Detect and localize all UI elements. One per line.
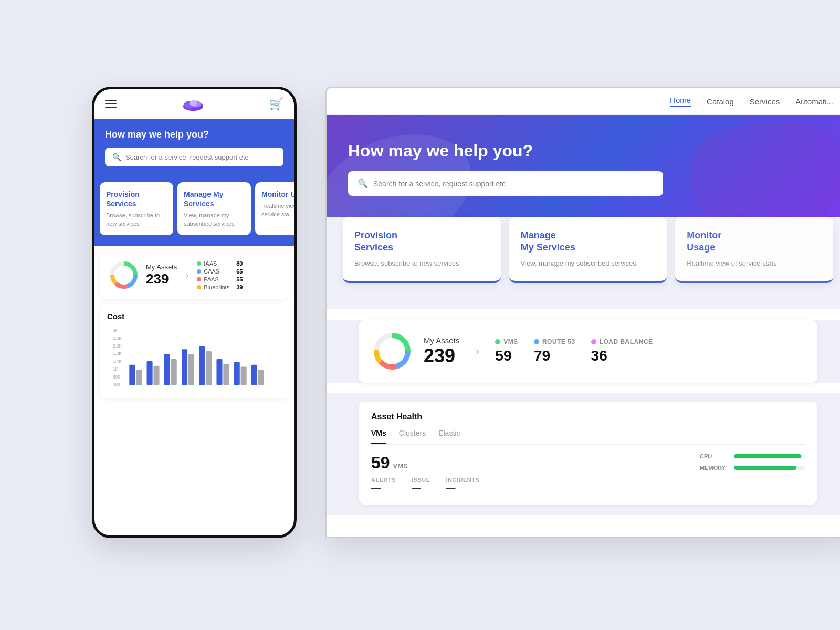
legend-name-blueprints: Blueprints xyxy=(204,284,229,290)
phone-search-bar[interactable]: 🔍 xyxy=(105,148,284,166)
svg-text:2.2K: 2.2K xyxy=(113,343,122,349)
nav-services[interactable]: Services xyxy=(750,97,780,106)
desktop-card-provision-desc: Browse, subscribe to new services xyxy=(354,258,489,269)
phone-search-input[interactable] xyxy=(125,153,276,161)
legend-dot-blueprints xyxy=(197,285,201,289)
desktop-search-input[interactable] xyxy=(373,180,654,188)
stat-route53: ROUTE 53 79 xyxy=(534,338,575,364)
legend-val-caas: 65 xyxy=(236,268,243,275)
stat-loadbalance-name: LOAD BALANCE xyxy=(600,338,653,345)
phone-card-provision-desc: Browse, subscribe to new services xyxy=(106,212,167,228)
stat-route53-name: ROUTE 53 xyxy=(542,338,575,345)
svg-rect-25 xyxy=(129,365,135,385)
phone-hero-heading: How may we help you? xyxy=(105,129,284,140)
svg-text:3K: 3K xyxy=(113,328,119,333)
health-tab-clusters[interactable]: Clusters xyxy=(399,429,426,444)
svg-rect-27 xyxy=(147,361,153,385)
bar-memory-fill xyxy=(734,466,796,470)
search-icon: 🔍 xyxy=(112,153,121,161)
svg-rect-39 xyxy=(251,365,257,385)
phone-card-manage[interactable]: Manage My Services View, manage my subsc… xyxy=(177,182,251,235)
cost-chart: 3K 2.6K 2.2K 1.8K 1.4K 1K 800 400 xyxy=(107,326,281,389)
asset-health-section: Asset Health VMs Clusters Elastic 59 VMS xyxy=(359,402,817,505)
legend-iaas: IAAS 80 xyxy=(197,260,243,267)
stat-route53-label: ROUTE 53 xyxy=(534,338,575,345)
svg-text:1.8K: 1.8K xyxy=(113,351,122,356)
phone-hero: How may we help you? 🔍 xyxy=(94,119,294,182)
svg-text:1.4K: 1.4K xyxy=(113,359,122,364)
legend-paas: PAAS 55 xyxy=(197,276,243,282)
alert-alerts-val: — xyxy=(371,483,396,494)
desktop-assets-section: My Assets 239 › VMS 59 xyxy=(359,320,817,383)
scene: 🛒 How may we help you? 🔍 Provision Servi… xyxy=(0,0,840,630)
health-tabs: VMs Clusters Elastic xyxy=(371,429,805,445)
cart-icon[interactable]: 🛒 xyxy=(269,97,284,111)
phone-card-manage-desc: View, manage my subscribed services xyxy=(184,212,245,228)
health-tab-elastic[interactable]: Elastic xyxy=(438,429,460,444)
desktop-hero: How may we help you? 🔍 xyxy=(327,115,840,227)
nav-home[interactable]: Home xyxy=(670,96,691,107)
bar-memory: MEMORY xyxy=(700,465,805,471)
assets-legend: IAAS 80 CAAS 65 PAAS 55 xyxy=(197,260,243,290)
desktop-card-monitor[interactable]: MonitorUsage Realtime view of service st… xyxy=(675,217,833,283)
svg-text:400: 400 xyxy=(113,382,120,387)
desktop-browser: Home Catalog Services Automati... How ma… xyxy=(326,87,840,538)
legend-name-paas: PAAS xyxy=(204,276,229,282)
legend-val-iaas: 80 xyxy=(236,260,243,267)
health-tab-vms[interactable]: VMs xyxy=(371,429,386,444)
svg-rect-34 xyxy=(206,351,212,385)
bar-cpu: CPU xyxy=(700,453,805,459)
svg-rect-37 xyxy=(234,362,240,385)
svg-rect-36 xyxy=(223,364,229,385)
svg-rect-33 xyxy=(199,346,205,385)
legend-dot-caas xyxy=(197,269,201,274)
desktop-cards-section: ProvisionServices Browse, subscribe to n… xyxy=(327,217,840,309)
alert-incidents-val: — xyxy=(446,483,480,494)
desktop-card-manage[interactable]: ManageMy Services View, manage my subscr… xyxy=(509,217,667,283)
svg-rect-38 xyxy=(241,367,247,385)
desktop-nav: Home Catalog Services Automati... xyxy=(327,88,840,115)
svg-text:2.6K: 2.6K xyxy=(113,335,122,341)
alert-incidents: INCIDENTS — xyxy=(446,477,480,494)
stat-dot-vms xyxy=(495,339,500,344)
health-content: 59 VMS ALERTS — ISSUE — xyxy=(371,453,805,494)
desktop-card-manage-desc: View, manage my subscribed services xyxy=(521,258,656,269)
svg-text:800: 800 xyxy=(113,374,120,380)
stat-loadbalance-val: 36 xyxy=(591,348,653,364)
stat-vms-label: VMS xyxy=(495,338,518,345)
desktop-card-provision-title: ProvisionServices xyxy=(354,229,489,254)
desktop-search-bar[interactable]: 🔍 xyxy=(348,171,663,196)
phone-cost-section: Cost 3K 2.6K 2.2K 1.8K 1.4K 1K 800 400 xyxy=(100,304,289,398)
bar-cpu-label: CPU xyxy=(700,453,729,459)
stat-loadbalance-label: LOAD BALANCE xyxy=(591,338,653,345)
alert-alerts-label: ALERTS xyxy=(371,477,396,483)
phone-card-monitor-title: Monitor Usage xyxy=(261,190,294,199)
alert-incidents-label: INCIDENTS xyxy=(446,477,480,483)
svg-rect-40 xyxy=(258,370,264,385)
svg-rect-29 xyxy=(164,354,170,385)
alert-issue-val: — xyxy=(412,483,430,494)
desktop-assets-label: My Assets 239 xyxy=(424,336,459,367)
legend-blueprints: Blueprints 39 xyxy=(197,284,243,290)
phone-card-manage-title: Manage My Services xyxy=(184,190,245,208)
desktop-card-provision[interactable]: ProvisionServices Browse, subscribe to n… xyxy=(343,217,501,283)
legend-name-caas: CAAS xyxy=(204,268,229,275)
nav-automation[interactable]: Automati... xyxy=(795,97,833,106)
phone-card-monitor[interactable]: Monitor Usage Realtime view of service s… xyxy=(255,182,294,235)
bar-memory-track xyxy=(734,466,805,470)
nav-catalog[interactable]: Catalog xyxy=(707,97,734,106)
assets-number: 239 xyxy=(146,271,177,287)
phone-card-provision[interactable]: Provision Services Browse, subscribe to … xyxy=(100,182,173,235)
asset-health-title: Asset Health xyxy=(371,412,805,422)
assets-arrow-icon: › xyxy=(185,270,188,281)
svg-rect-26 xyxy=(136,370,142,385)
legend-val-paas: 55 xyxy=(236,276,243,282)
desktop-cards-row: ProvisionServices Browse, subscribe to n… xyxy=(327,217,840,299)
stat-vms-name: VMS xyxy=(503,338,518,345)
stat-dot-loadbalance xyxy=(591,339,596,344)
stat-vms: VMS 59 xyxy=(495,338,518,364)
alert-issue: ISSUE — xyxy=(412,477,430,494)
bar-memory-label: MEMORY xyxy=(700,465,729,471)
stat-loadbalance: LOAD BALANCE 36 xyxy=(591,338,653,364)
hamburger-icon[interactable] xyxy=(105,100,117,108)
